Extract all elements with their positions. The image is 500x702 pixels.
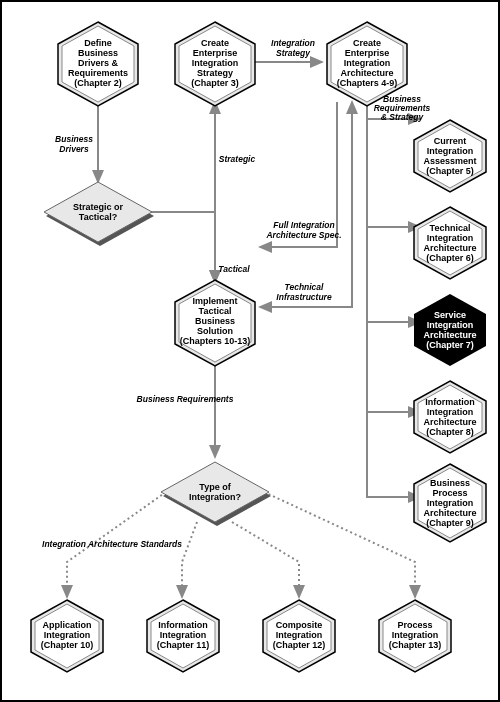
edge-d2-proc — [264, 492, 415, 597]
hex-strategy: CreateEnterpriseIntegrationStrategy(Chap… — [175, 22, 255, 106]
hex-assess: CurrentIntegrationAssessment(Chapter 5) — [414, 120, 486, 192]
hex-biz: BusinessProcessIntegrationArchitecture(C… — [414, 464, 486, 542]
svg-text:InformationIntegrationArchitec: InformationIntegrationArchitecture(Chapt… — [423, 397, 476, 437]
label-biz-drivers: BusinessDrivers — [55, 134, 93, 154]
hex-proc13: ProcessIntegration(Chapter 13) — [379, 600, 451, 672]
label-techinfra: TechnicalInfrastructure — [276, 282, 332, 302]
svg-text:InformationIntegration(Chapter: InformationIntegration(Chapter 11) — [157, 620, 210, 650]
label-archstd: Integration Architecture Standards — [42, 539, 182, 549]
label-bizreq: Business Requirements — [137, 394, 234, 404]
edge-d2-info — [182, 522, 197, 597]
diamond-decision2: Type ofIntegration? — [161, 462, 271, 526]
label-strategic: Strategic — [219, 154, 256, 164]
hex-service: ServiceIntegrationArchitecture(Chapter 7… — [414, 294, 486, 366]
label-tactical: Tactical — [218, 264, 250, 274]
diamond-decision1: Strategic orTactical? — [44, 182, 154, 246]
svg-text:BusinessProcessIntegrationArch: BusinessProcessIntegrationArchitecture(C… — [423, 478, 476, 528]
svg-text:ApplicationIntegration(Chapter: ApplicationIntegration(Chapter 10) — [41, 620, 94, 650]
svg-text:CompositeIntegration(Chapter 1: CompositeIntegration(Chapter 12) — [273, 620, 326, 650]
hex-tech: TechnicalIntegrationArchitecture(Chapter… — [414, 207, 486, 279]
edge-d2-comp — [232, 522, 299, 597]
hex-tactical: ImplementTacticalBusinessSolution(Chapte… — [175, 280, 255, 366]
hex-info: InformationIntegrationArchitecture(Chapt… — [414, 381, 486, 453]
hex-app10: ApplicationIntegration(Chapter 10) — [31, 600, 103, 672]
edge-arch-to-service — [367, 102, 420, 322]
hex-info11: InformationIntegration(Chapter 11) — [147, 600, 219, 672]
label-int-strategy: IntegrationStrategy — [271, 38, 315, 58]
svg-text:Strategic orTactical?: Strategic orTactical? — [73, 202, 124, 222]
hex-define: DefineBusinessDrivers &Requirements(Chap… — [58, 22, 138, 106]
hex-comp12: CompositeIntegration(Chapter 12) — [263, 600, 335, 672]
label-fullspec: Full IntegrationArchitecture Spec. — [265, 220, 341, 240]
edge-arch-to-biz — [367, 102, 420, 497]
edge-arch-to-info — [367, 102, 420, 412]
edge-decision1-tactical — [145, 212, 215, 282]
edge-techinfra — [260, 102, 352, 307]
svg-text:TechnicalIntegrationArchitectu: TechnicalIntegrationArchitecture(Chapter… — [423, 223, 476, 263]
